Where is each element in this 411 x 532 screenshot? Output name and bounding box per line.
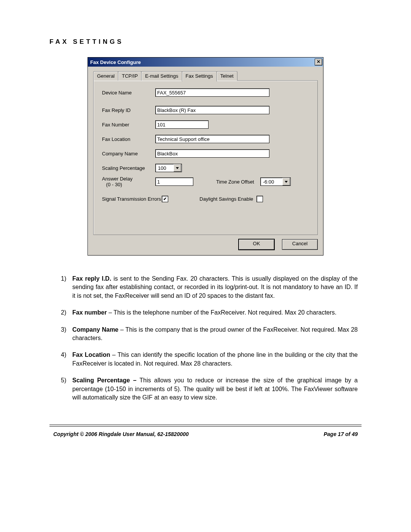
label-device-name: Device Name [102, 90, 155, 96]
page-heading: FAX SETTINGS [49, 38, 362, 46]
tab-panel: Device Name Fax Reply ID Fax Number Fax … [93, 80, 318, 235]
label-fax-number: Fax Number [102, 122, 155, 128]
label-signal-errors: Signal Transmission Errors [102, 196, 161, 202]
footer-right: Page 17 of 49 [324, 431, 358, 437]
tab-tcpip[interactable]: TCP/IP [118, 71, 142, 81]
label-answer-delay: Answer Delay (0 - 30) [102, 176, 155, 187]
description-list: 1) Fax reply I.D. is sent to the Sending… [49, 275, 362, 402]
label-timezone-offset: Time Zone Offset [216, 179, 254, 185]
tab-fax-settings[interactable]: Fax Settings [182, 71, 217, 81]
description-item: 1) Fax reply I.D. is sent to the Sending… [72, 275, 362, 300]
footer-separator [49, 425, 362, 427]
timezone-offset-select[interactable]: -6:00 [260, 177, 291, 186]
checkmark-icon: ✔ [163, 197, 167, 201]
svg-marker-1 [285, 181, 288, 183]
dialog-titlebar: Fax Device Configure ✕ [88, 58, 323, 67]
cancel-button[interactable]: Cancel [282, 239, 318, 250]
tab-strip: General TCP/IP E-mail Settings Fax Setti… [93, 71, 318, 81]
fax-reply-id-input[interactable] [155, 106, 269, 114]
tab-email-settings[interactable]: E-mail Settings [141, 71, 182, 81]
company-name-input[interactable] [155, 149, 269, 158]
signal-errors-checkbox[interactable]: ✔ [162, 196, 168, 202]
fax-location-input[interactable] [155, 135, 269, 143]
label-fax-location: Fax Location [102, 136, 155, 142]
page-footer: Copyright © 2006 Ringdale User Manual, 6… [49, 431, 362, 437]
description-item: 4) Fax Location – This can identify the … [72, 351, 362, 368]
footer-left: Copyright © 2006 Ringdale User Manual, 6… [53, 431, 189, 437]
device-name-input[interactable] [155, 88, 269, 97]
timezone-offset-value: -6:00 [262, 179, 282, 185]
label-company-name: Company Name [102, 151, 155, 157]
label-daylight-savings: Daylight Savings Enable [199, 196, 253, 202]
label-scaling-percentage: Scaling Percentage [102, 165, 155, 171]
close-button[interactable]: ✕ [315, 59, 322, 66]
ok-button[interactable]: OK [239, 239, 274, 250]
fax-number-input[interactable] [155, 120, 209, 129]
label-fax-reply-id: Fax Reply ID [102, 107, 155, 113]
fax-configure-dialog: Fax Device Configure ✕ General TCP/IP E-… [88, 57, 323, 256]
tab-general[interactable]: General [93, 71, 118, 81]
svg-marker-0 [176, 167, 179, 169]
close-icon: ✕ [317, 59, 320, 64]
dialog-title: Fax Device Configure [90, 59, 141, 65]
description-item: 3) Company Name – This is the company th… [72, 326, 362, 343]
daylight-savings-checkbox[interactable] [256, 196, 263, 202]
scaling-percentage-value: 100 [157, 165, 173, 171]
chevron-down-icon [174, 164, 181, 172]
chevron-down-icon [282, 178, 290, 185]
scaling-percentage-select[interactable]: 100 [155, 164, 182, 172]
tab-telnet[interactable]: Telnet [217, 71, 237, 81]
description-item: 5) Scaling Percentage – This allows you … [72, 376, 362, 402]
description-item: 2) Fax number – This is the telephone nu… [72, 308, 362, 317]
answer-delay-input[interactable] [155, 177, 193, 186]
